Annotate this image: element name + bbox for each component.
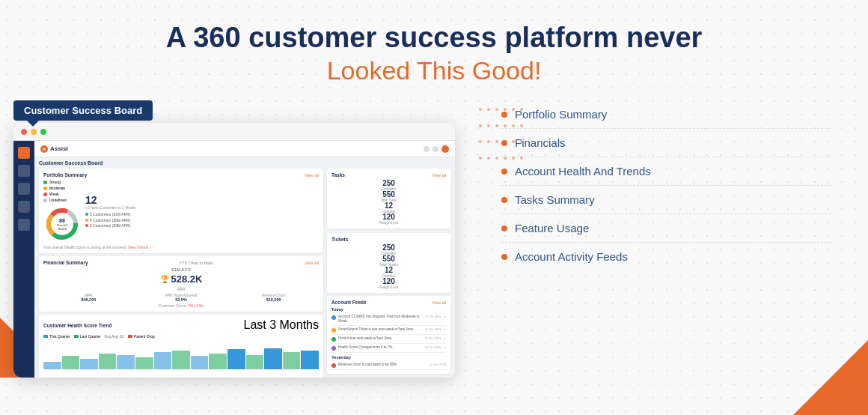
ytd-label: YTD (Year to date) bbox=[180, 261, 214, 265]
tickets-stats: 250 Complete 550 Total Tickets bbox=[331, 244, 446, 289]
browser-dots bbox=[21, 129, 46, 135]
feed-item-2: Point is due next week at 5am Jona. 11 O… bbox=[331, 335, 446, 344]
customer-churn-row: Customer Churn: 4% (-1%) bbox=[43, 303, 319, 308]
tasks-title: Tasks bbox=[331, 172, 345, 178]
feeds-title: Account Feeds bbox=[331, 300, 367, 305]
content-row: Customer Success Board bbox=[0, 93, 868, 415]
customer-accounts: 12 +2 New Customers in 1 Month 5 Custome… bbox=[85, 195, 319, 228]
task-stat-2: 12 Overdue bbox=[331, 202, 446, 213]
portfolio-inner: Strong Moderate Weak Undefined bbox=[43, 180, 319, 243]
tasks-stats: 250 Complete 550 Total Tasks bbox=[331, 180, 446, 225]
financial-card-header: Financial Summary YTD (Year to date) Vie… bbox=[43, 260, 319, 265]
legend-weak: Weak bbox=[43, 192, 81, 196]
ticket-stat-1: 550 Total Tickets bbox=[331, 255, 446, 267]
customer-list: 5 Customers ($1M ARR) 4 Customers ($5M A… bbox=[85, 212, 319, 228]
db-body: Customer Success Board Portfolio Summary… bbox=[34, 157, 455, 378]
fin-acv: $1M ACV bbox=[43, 267, 319, 272]
tickets-title: Tickets bbox=[331, 237, 348, 242]
feed-item-0: Account CLSAND has dropped. Visit from M… bbox=[331, 313, 446, 326]
app-name: Assist bbox=[50, 145, 68, 152]
mrr-val: $48,200 bbox=[43, 297, 134, 302]
tasks-card: Tasks View all 250 Complete bbox=[327, 169, 450, 228]
feeds-header: Account Feeds View all bbox=[331, 300, 446, 305]
feature-label-0: Portfolio Summary bbox=[515, 108, 607, 121]
customer-item-1: 5 Customers ($1M ARR) bbox=[85, 212, 319, 216]
portfolio-link[interactable]: View all bbox=[305, 173, 319, 178]
feeds-link[interactable]: View all bbox=[432, 300, 446, 305]
health-period: Last 3 Months bbox=[244, 318, 320, 332]
financial-title: Financial Summary bbox=[43, 260, 88, 265]
dot-yellow bbox=[31, 129, 37, 135]
feature-account-activity[interactable]: Account Activity Feeds bbox=[501, 243, 831, 270]
tickets-card: Tickets 250 Complete bbox=[327, 233, 450, 293]
fin-arr: 🏆 528.2K bbox=[43, 273, 319, 285]
sidebar-icon-chart[interactable] bbox=[18, 165, 30, 177]
db-col-left: Portfolio Summary View all Strong Mo bbox=[39, 169, 323, 378]
revenue-churn-item: Revenue Churn $18,200 bbox=[228, 294, 319, 302]
feed-item-3: Health Score Changed from 6 to 7%. 12 Oc… bbox=[331, 344, 446, 353]
tickets-header: Tickets bbox=[331, 237, 446, 242]
topbar-actions bbox=[424, 145, 449, 153]
task-stat-3: 120 Assign'd you bbox=[331, 213, 446, 225]
mockup-area: Customer Success Board bbox=[0, 100, 479, 378]
feeds-yesterday-label: Yesterday bbox=[331, 355, 446, 360]
features-panel: Portfolio Summary Financials Account Hea… bbox=[479, 93, 846, 278]
task-stat-0: 250 Complete bbox=[331, 180, 446, 191]
sidebar-icon-grid[interactable] bbox=[18, 219, 30, 231]
tasks-link[interactable]: View all bbox=[432, 173, 446, 178]
logo-icon: A bbox=[40, 145, 48, 153]
topbar-icon2[interactable] bbox=[433, 146, 438, 152]
topbar-icon1[interactable] bbox=[424, 146, 430, 152]
feature-label-3: Tasks Summary bbox=[515, 193, 595, 206]
feeds-card: Account Feeds View all Today Account CLS… bbox=[327, 296, 450, 374]
feature-portfolio-summary[interactable]: Portfolio Summary bbox=[501, 100, 831, 129]
browser-topbar bbox=[13, 123, 455, 141]
feed-item-4: Revenue churn is calculated to be $5M. 1… bbox=[331, 361, 446, 370]
feature-tasks-summary[interactable]: Tasks Summary bbox=[501, 186, 831, 214]
browser-mockup: A Assist Customer Success Board bbox=[13, 123, 455, 378]
feature-bullet-2 bbox=[501, 169, 507, 175]
health-legend: This Quarter Last Quarter Org Avg: 82 bbox=[43, 334, 319, 339]
ticket-stat-0: 250 Complete bbox=[331, 244, 446, 255]
db-col-right: Tasks View all 250 Complete bbox=[327, 169, 450, 378]
sidebar-icon-settings[interactable] bbox=[18, 201, 30, 213]
legend-strong: Strong bbox=[43, 180, 81, 184]
feature-bullet-4 bbox=[501, 225, 507, 231]
hero-heading: A 360 customer success platform never Lo… bbox=[0, 0, 868, 93]
portfolio-footer: Your overall Health Score is strong at t… bbox=[43, 245, 319, 249]
feature-feature-usage[interactable]: Feature Usage bbox=[501, 214, 831, 243]
orange-corner-right bbox=[793, 340, 868, 415]
headline-line2: Looked This Good! bbox=[15, 55, 853, 86]
financial-link[interactable]: View all bbox=[305, 261, 319, 265]
arr-target-val: 52.8% bbox=[136, 297, 227, 302]
arr-icon: 🏆 bbox=[160, 275, 169, 283]
ticket-stat-2: 12 Overdue bbox=[331, 267, 446, 278]
arr-value: 528.2K bbox=[171, 273, 203, 285]
db-logo: A Assist bbox=[40, 145, 68, 153]
dot-green bbox=[40, 129, 46, 135]
task-stat-1: 550 Total Tasks bbox=[331, 191, 446, 202]
legend: Strong Moderate Weak Undefined bbox=[43, 180, 81, 202]
ticket-stat-3: 120 Assign'd you bbox=[331, 278, 446, 289]
feature-financials[interactable]: Financials bbox=[501, 129, 831, 157]
arr-target-item: ARR Target Achieved 52.8% bbox=[136, 294, 227, 302]
health-score-card: Customer Health Score Trend Last 3 Month… bbox=[39, 315, 323, 378]
feature-account-health[interactable]: Account Health And Trends bbox=[501, 157, 831, 186]
dot-red bbox=[21, 129, 27, 135]
avatar[interactable] bbox=[441, 145, 449, 153]
health-card-header: Customer Health Score Trend Last 3 Month… bbox=[43, 318, 319, 332]
csb-label: Customer Success Board bbox=[13, 100, 153, 121]
financial-card: Financial Summary YTD (Year to date) Vie… bbox=[39, 256, 323, 312]
page-wrapper: A 360 customer success platform never Lo… bbox=[0, 0, 868, 415]
sidebar-icon-home[interactable] bbox=[18, 147, 30, 159]
customer-sub: +2 New Customers in 1 Month bbox=[85, 205, 319, 210]
donut-chart: 88 Overall Health bbox=[43, 205, 81, 243]
customer-item-2: 4 Customers ($5M ARR) bbox=[85, 218, 319, 222]
dot-grid bbox=[479, 108, 524, 168]
sidebar-icon-user[interactable] bbox=[18, 183, 30, 195]
feature-bullet-5 bbox=[501, 254, 507, 260]
db-main: A Assist Customer Success Board bbox=[34, 141, 455, 378]
portfolio-title: Portfolio Summary bbox=[43, 172, 87, 178]
arr-label: ARR bbox=[43, 287, 319, 291]
donut-center: 88 Overall Health bbox=[57, 218, 67, 231]
